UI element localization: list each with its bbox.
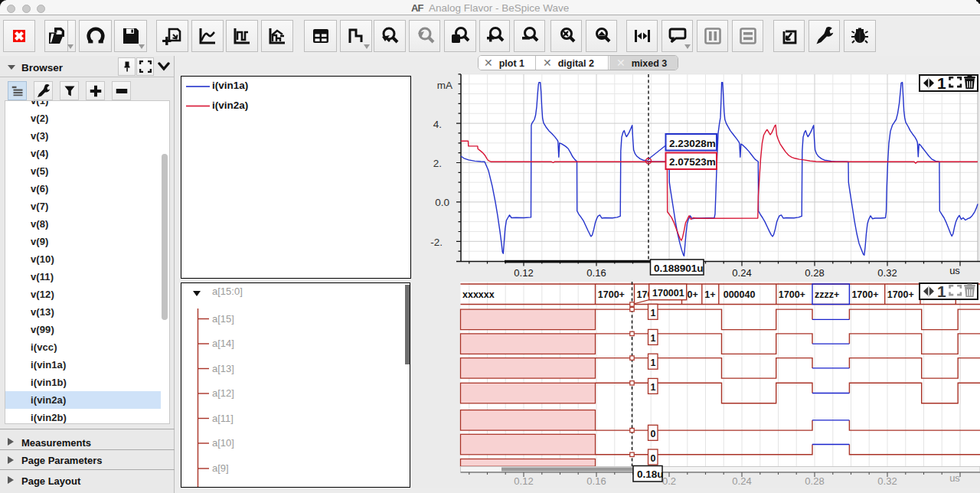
svg-text:0.0: 0.0 (435, 197, 449, 208)
svg-text:1700+: 1700+ (851, 289, 878, 300)
svg-text:us: us (949, 265, 960, 276)
svg-text:0.16: 0.16 (586, 475, 606, 487)
svg-text:0.2: 0.2 (662, 475, 676, 487)
svg-text:1: 1 (937, 282, 946, 300)
svg-text:1: 1 (937, 74, 946, 92)
svg-text:us: us (949, 472, 960, 484)
svg-text:1700+: 1700+ (779, 289, 805, 300)
svg-text:0.24: 0.24 (732, 475, 751, 487)
svg-text:0.16: 0.16 (586, 267, 606, 279)
svg-text:2.07523m: 2.07523m (669, 156, 716, 168)
svg-text:170001: 170001 (652, 288, 684, 299)
svg-text:0: 0 (651, 453, 656, 464)
svg-text:1: 1 (651, 382, 656, 393)
svg-text:1: 1 (651, 333, 656, 344)
svg-text:0.32: 0.32 (877, 475, 897, 487)
svg-text:0.24: 0.24 (732, 267, 751, 279)
svg-text:2.: 2. (433, 158, 442, 169)
svg-text:0.32: 0.32 (877, 267, 897, 279)
svg-text:zzzz+: zzzz+ (815, 289, 839, 300)
svg-text:0.12: 0.12 (514, 475, 533, 487)
svg-text:1: 1 (651, 308, 656, 318)
svg-text:1+: 1+ (704, 289, 715, 300)
svg-text:0+: 0+ (688, 289, 698, 300)
svg-text:1700+: 1700+ (598, 289, 625, 300)
svg-text:xxxxxx: xxxxxx (462, 289, 495, 300)
svg-text:0.188901u: 0.188901u (654, 263, 704, 274)
svg-text:0.12: 0.12 (514, 267, 533, 279)
svg-text:mA: mA (437, 80, 452, 91)
svg-text:0.28: 0.28 (805, 475, 824, 487)
svg-text:1700+: 1700+ (887, 289, 914, 300)
svg-text:2.23028m: 2.23028m (669, 138, 716, 149)
svg-text:000040: 000040 (724, 289, 756, 300)
svg-text:0.28: 0.28 (805, 267, 824, 279)
svg-text:0.18u: 0.18u (637, 469, 664, 480)
svg-text:4.: 4. (433, 119, 442, 130)
svg-text:0: 0 (651, 429, 656, 439)
svg-text:-2.: -2. (430, 237, 443, 248)
svg-text:1: 1 (651, 358, 656, 368)
